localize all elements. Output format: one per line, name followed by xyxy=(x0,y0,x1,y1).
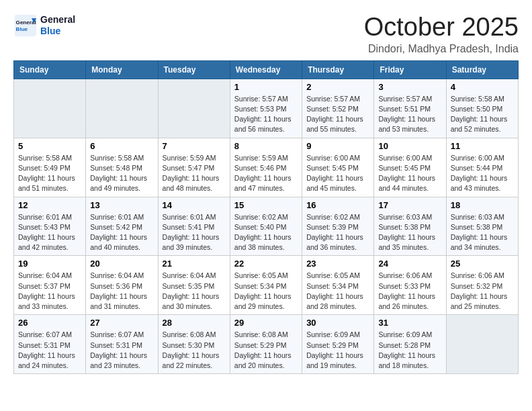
calendar-cell xyxy=(14,79,86,138)
svg-text:Blue: Blue xyxy=(16,26,28,32)
calendar-cell: 2Sunrise: 5:57 AMSunset: 5:52 PMDaylight… xyxy=(302,79,374,138)
calendar-cell: 23Sunrise: 6:05 AMSunset: 5:34 PMDayligh… xyxy=(302,256,374,315)
day-info: Sunrise: 6:09 AMSunset: 5:28 PMDaylight:… xyxy=(378,330,441,371)
day-number: 18 xyxy=(451,200,514,210)
day-number: 14 xyxy=(163,200,226,210)
day-number: 21 xyxy=(163,259,226,269)
day-info: Sunrise: 6:01 AMSunset: 5:42 PMDaylight:… xyxy=(90,212,153,253)
calendar-cell: 8Sunrise: 5:59 AMSunset: 5:46 PMDaylight… xyxy=(230,138,302,197)
weekday-header-friday: Friday xyxy=(374,60,446,79)
calendar-cell: 5Sunrise: 5:58 AMSunset: 5:49 PMDaylight… xyxy=(14,138,86,197)
weekday-header-thursday: Thursday xyxy=(302,60,374,79)
day-info: Sunrise: 5:59 AMSunset: 5:47 PMDaylight:… xyxy=(163,153,226,194)
day-number: 12 xyxy=(18,200,81,210)
day-number: 13 xyxy=(90,200,153,210)
day-number: 20 xyxy=(90,259,153,269)
day-info: Sunrise: 6:05 AMSunset: 5:34 PMDaylight:… xyxy=(234,271,298,312)
month-title: October 2025 xyxy=(364,13,519,42)
day-number: 7 xyxy=(163,141,226,151)
day-number: 3 xyxy=(378,82,441,92)
day-info: Sunrise: 6:08 AMSunset: 5:29 PMDaylight:… xyxy=(234,330,298,371)
calendar-cell: 14Sunrise: 6:01 AMSunset: 5:41 PMDayligh… xyxy=(158,197,230,256)
logo-area: General Blue General Blue xyxy=(13,13,75,38)
calendar-week-row: 12Sunrise: 6:01 AMSunset: 5:43 PMDayligh… xyxy=(14,197,519,256)
day-info: Sunrise: 5:57 AMSunset: 5:53 PMDaylight:… xyxy=(234,94,298,135)
logo-text: General Blue xyxy=(40,14,75,37)
calendar-cell: 10Sunrise: 6:00 AMSunset: 5:45 PMDayligh… xyxy=(374,138,446,197)
calendar-cell: 26Sunrise: 6:07 AMSunset: 5:31 PMDayligh… xyxy=(14,315,86,374)
day-info: Sunrise: 5:58 AMSunset: 5:49 PMDaylight:… xyxy=(18,153,81,194)
calendar-cell: 16Sunrise: 6:02 AMSunset: 5:39 PMDayligh… xyxy=(302,197,374,256)
weekday-header-saturday: Saturday xyxy=(446,60,518,79)
day-number: 10 xyxy=(378,141,441,151)
day-info: Sunrise: 6:03 AMSunset: 5:38 PMDaylight:… xyxy=(451,212,514,253)
day-number: 29 xyxy=(234,318,298,328)
day-info: Sunrise: 6:00 AMSunset: 5:45 PMDaylight:… xyxy=(306,153,369,194)
day-info: Sunrise: 6:03 AMSunset: 5:38 PMDaylight:… xyxy=(378,212,441,253)
weekday-header-monday: Monday xyxy=(86,60,158,79)
calendar-cell xyxy=(446,315,518,374)
day-number: 23 xyxy=(306,259,369,269)
day-number: 1 xyxy=(234,82,298,92)
weekday-header-wednesday: Wednesday xyxy=(230,60,302,79)
calendar-cell: 28Sunrise: 6:08 AMSunset: 5:30 PMDayligh… xyxy=(158,315,230,374)
day-info: Sunrise: 5:58 AMSunset: 5:50 PMDaylight:… xyxy=(451,94,514,135)
calendar-cell: 19Sunrise: 6:04 AMSunset: 5:37 PMDayligh… xyxy=(14,256,86,315)
calendar-cell: 9Sunrise: 6:00 AMSunset: 5:45 PMDaylight… xyxy=(302,138,374,197)
day-number: 16 xyxy=(306,200,369,210)
calendar-cell: 12Sunrise: 6:01 AMSunset: 5:43 PMDayligh… xyxy=(14,197,86,256)
day-info: Sunrise: 6:04 AMSunset: 5:35 PMDaylight:… xyxy=(163,271,226,312)
day-number: 15 xyxy=(234,200,298,210)
day-info: Sunrise: 6:09 AMSunset: 5:29 PMDaylight:… xyxy=(306,330,369,371)
day-number: 9 xyxy=(306,141,369,151)
calendar-cell: 22Sunrise: 6:05 AMSunset: 5:34 PMDayligh… xyxy=(230,256,302,315)
calendar-cell: 4Sunrise: 5:58 AMSunset: 5:50 PMDaylight… xyxy=(446,79,518,138)
location-title: Dindori, Madhya Pradesh, India xyxy=(364,43,519,55)
title-area: October 2025 Dindori, Madhya Pradesh, In… xyxy=(364,13,519,55)
calendar-cell: 24Sunrise: 6:06 AMSunset: 5:33 PMDayligh… xyxy=(374,256,446,315)
day-number: 4 xyxy=(451,82,514,92)
calendar-cell: 1Sunrise: 5:57 AMSunset: 5:53 PMDaylight… xyxy=(230,79,302,138)
day-number: 2 xyxy=(306,82,369,92)
day-number: 31 xyxy=(378,318,441,328)
calendar-week-row: 19Sunrise: 6:04 AMSunset: 5:37 PMDayligh… xyxy=(14,256,519,315)
day-info: Sunrise: 6:04 AMSunset: 5:37 PMDaylight:… xyxy=(18,271,81,312)
day-number: 17 xyxy=(378,200,441,210)
day-info: Sunrise: 6:00 AMSunset: 5:45 PMDaylight:… xyxy=(378,153,441,194)
day-info: Sunrise: 6:08 AMSunset: 5:30 PMDaylight:… xyxy=(163,330,226,371)
day-info: Sunrise: 6:04 AMSunset: 5:36 PMDaylight:… xyxy=(90,271,153,312)
day-info: Sunrise: 6:00 AMSunset: 5:44 PMDaylight:… xyxy=(451,153,514,194)
weekday-header-sunday: Sunday xyxy=(14,60,86,79)
day-info: Sunrise: 5:57 AMSunset: 5:52 PMDaylight:… xyxy=(306,94,369,135)
day-number: 24 xyxy=(378,259,441,269)
calendar-cell xyxy=(158,79,230,138)
day-number: 22 xyxy=(234,259,298,269)
calendar-week-row: 1Sunrise: 5:57 AMSunset: 5:53 PMDaylight… xyxy=(14,79,519,138)
day-info: Sunrise: 6:07 AMSunset: 5:31 PMDaylight:… xyxy=(90,330,153,371)
day-number: 28 xyxy=(163,318,226,328)
calendar-cell: 27Sunrise: 6:07 AMSunset: 5:31 PMDayligh… xyxy=(86,315,158,374)
day-info: Sunrise: 5:59 AMSunset: 5:46 PMDaylight:… xyxy=(234,153,298,194)
calendar-cell: 11Sunrise: 6:00 AMSunset: 5:44 PMDayligh… xyxy=(446,138,518,197)
day-number: 27 xyxy=(90,318,153,328)
header: General Blue General Blue October 2025 D… xyxy=(13,13,519,55)
day-info: Sunrise: 6:02 AMSunset: 5:40 PMDaylight:… xyxy=(234,212,298,253)
calendar-cell: 20Sunrise: 6:04 AMSunset: 5:36 PMDayligh… xyxy=(86,256,158,315)
day-info: Sunrise: 6:05 AMSunset: 5:34 PMDaylight:… xyxy=(306,271,369,312)
day-number: 26 xyxy=(18,318,81,328)
weekday-header-row: SundayMondayTuesdayWednesdayThursdayFrid… xyxy=(14,60,519,79)
calendar-cell: 29Sunrise: 6:08 AMSunset: 5:29 PMDayligh… xyxy=(230,315,302,374)
calendar-cell: 31Sunrise: 6:09 AMSunset: 5:28 PMDayligh… xyxy=(374,315,446,374)
calendar-cell: 6Sunrise: 5:58 AMSunset: 5:48 PMDaylight… xyxy=(86,138,158,197)
calendar-week-row: 26Sunrise: 6:07 AMSunset: 5:31 PMDayligh… xyxy=(14,315,519,374)
day-number: 25 xyxy=(451,259,514,269)
day-number: 6 xyxy=(90,141,153,151)
calendar-week-row: 5Sunrise: 5:58 AMSunset: 5:49 PMDaylight… xyxy=(14,138,519,197)
calendar-cell: 21Sunrise: 6:04 AMSunset: 5:35 PMDayligh… xyxy=(158,256,230,315)
day-info: Sunrise: 5:57 AMSunset: 5:51 PMDaylight:… xyxy=(378,94,441,135)
weekday-header-tuesday: Tuesday xyxy=(158,60,230,79)
day-number: 5 xyxy=(18,141,81,151)
day-number: 8 xyxy=(234,141,298,151)
calendar-cell: 7Sunrise: 5:59 AMSunset: 5:47 PMDaylight… xyxy=(158,138,230,197)
calendar-cell: 18Sunrise: 6:03 AMSunset: 5:38 PMDayligh… xyxy=(446,197,518,256)
